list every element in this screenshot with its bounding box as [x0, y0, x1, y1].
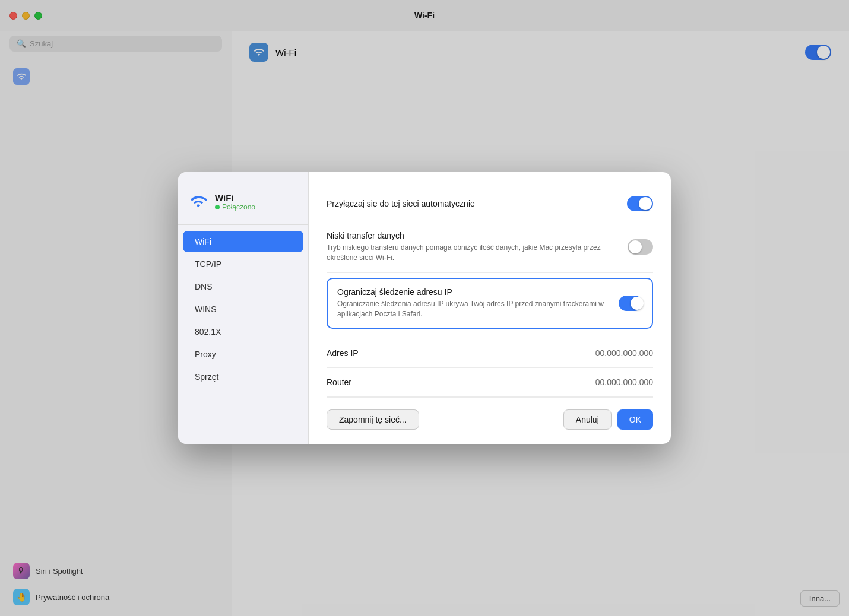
ip-address-value: 00.000.000.000 [595, 348, 653, 358]
modal-nav-items: WiFi TCP/IP DNS WINS 802.1X Proxy [178, 231, 308, 388]
connected-dot [215, 205, 220, 209]
modal-nav-wins[interactable]: WINS [183, 299, 303, 320]
ip-tracking-label: Ograniczaj śledzenie adresu IP [337, 287, 619, 297]
low-data-label: Niski transfer danych [327, 231, 628, 240]
ip-tracking-sublabel: Ograniczanie śledzenia adresu IP ukrywa … [337, 299, 619, 319]
modal-content: Przyłączaj się do tej sieci automatyczni… [309, 172, 671, 443]
low-data-toggle[interactable] [628, 239, 653, 255]
ip-address-label: Adres IP [327, 348, 359, 358]
modal-sidebar-header: WiFi Połączono [178, 184, 308, 225]
ip-tracking-label-group: Ograniczaj śledzenie adresu IP Ogranicza… [337, 287, 619, 319]
modal-nav-wifi[interactable]: WiFi [183, 231, 303, 252]
modal-wifi-status: Połączono [215, 203, 255, 211]
forget-network-button[interactable]: Zapomnij tę sieć... [327, 409, 419, 430]
modal-nav-dns[interactable]: DNS [183, 276, 303, 297]
ip-tracking-toggle[interactable] [619, 296, 642, 311]
router-row: Router 00.000.000.000 [327, 368, 653, 397]
modal-dialog: WiFi Połączono WiFi TCP/IP DNS [178, 172, 671, 443]
modal-nav-8021x[interactable]: 802.1X [183, 321, 303, 342]
auto-join-label-group: Przyłączaj się do tej sieci automatyczni… [327, 199, 475, 208]
auto-join-label: Przyłączaj się do tej sieci automatyczni… [327, 199, 475, 208]
cancel-button[interactable]: Anuluj [563, 409, 612, 430]
low-data-sublabel: Tryb niskiego transferu danych pomaga ob… [327, 243, 628, 263]
modal-wifi-icon [188, 191, 209, 212]
auto-join-toggle[interactable] [627, 196, 653, 211]
modal-nav-tcpip[interactable]: TCP/IP [183, 253, 303, 275]
ok-button[interactable]: OK [617, 409, 653, 430]
modal-nav-proxy[interactable]: Proxy [183, 344, 303, 365]
router-value: 00.000.000.000 [595, 377, 653, 387]
low-data-row: Niski transfer danych Tryb niskiego tran… [327, 221, 653, 273]
modal-overlay: WiFi Połączono WiFi TCP/IP DNS [0, 0, 849, 616]
modal-footer: Zapomnij tę sieć... Anuluj OK [327, 397, 653, 430]
router-label: Router [327, 377, 351, 387]
footer-right-buttons: Anuluj OK [563, 409, 653, 430]
divider-1 [327, 336, 653, 336]
modal-nav-sprzet[interactable]: Sprzęt [183, 366, 303, 388]
low-data-label-group: Niski transfer danych Tryb niskiego tran… [327, 231, 628, 263]
ip-address-row: Adres IP 00.000.000.000 [327, 339, 653, 368]
modal-sidebar: WiFi Połączono WiFi TCP/IP DNS [178, 172, 309, 443]
ip-tracking-row: Ograniczaj śledzenie adresu IP Ogranicza… [337, 287, 642, 319]
auto-join-row: Przyłączaj się do tej sieci automatyczni… [327, 186, 653, 221]
modal-wifi-name: WiFi [215, 193, 255, 203]
ip-tracking-section: Ograniczaj śledzenie adresu IP Ogranicza… [327, 278, 653, 329]
